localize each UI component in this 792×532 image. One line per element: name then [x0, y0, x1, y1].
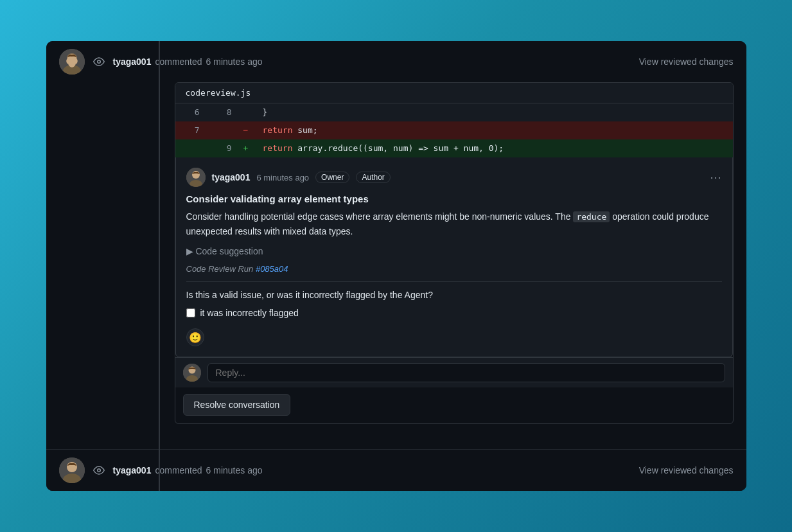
code-block: codereview.js 6 8 } 7 − return sum;	[175, 82, 734, 424]
code-review-link[interactable]: #085a04	[256, 264, 288, 274]
line-code-2: return sum;	[252, 121, 733, 139]
line-num-new-3: 9	[207, 139, 240, 157]
top-action: commented	[155, 57, 202, 67]
comment-header: tyaga001 6 minutes ago Owner Author ···	[186, 168, 722, 187]
avatar-top	[59, 49, 85, 75]
line-code-1: }	[252, 103, 733, 121]
code-suggestion-label: ▶ Code suggestion	[186, 246, 263, 256]
avatar-bottom	[59, 457, 85, 483]
inline-code-reduce: reduce	[573, 211, 610, 222]
top-username: tyaga001	[113, 57, 152, 67]
divider	[186, 281, 722, 282]
svg-point-6	[192, 171, 200, 179]
line-sign-3: +	[240, 139, 252, 157]
top-time: 6 minutes ago	[206, 57, 263, 67]
emoji-button[interactable]: 🙂	[186, 328, 204, 346]
reply-avatar	[183, 364, 201, 382]
main-content: codereview.js 6 8 } 7 − return sum;	[46, 82, 746, 449]
keyword-return-2: return	[263, 143, 293, 153]
checkbox-row: it was incorrectly flagged	[186, 308, 722, 318]
view-changes-button-top[interactable]: View reviewed changes	[639, 57, 734, 67]
comment-body: Consider handling potential edge cases w…	[186, 209, 722, 238]
line-code-3: return array.reduce((sum, num) => sum + …	[252, 139, 733, 157]
view-changes-button-bottom[interactable]: View reviewed changes	[639, 465, 734, 475]
eye-icon-top[interactable]	[92, 55, 105, 68]
resolve-button[interactable]: Resolve conversation	[183, 394, 291, 416]
eye-icon-bottom[interactable]	[92, 464, 105, 477]
bottom-username: tyaga001	[113, 465, 152, 475]
more-options-icon[interactable]: ···	[710, 171, 721, 184]
code-sum: sum;	[297, 125, 317, 135]
keyword-return: return	[263, 125, 293, 135]
main-window: tyaga001 commented 6 minutes ago View re…	[46, 41, 746, 491]
code-line-unchanged: 6 8 }	[175, 103, 733, 121]
top-comment-meta: tyaga001 commented 6 minutes ago	[113, 57, 639, 67]
badge-author: Author	[356, 172, 390, 183]
commenter-avatar	[186, 168, 206, 187]
code-review-prefix: Code Review Run	[186, 264, 254, 274]
svg-point-4	[97, 60, 100, 64]
resolve-btn-container: Resolve conversation	[175, 387, 733, 423]
badge-owner: Owner	[315, 172, 349, 183]
reply-input[interactable]	[207, 363, 725, 382]
bottom-comment-meta: tyaga001 commented 6 minutes ago	[113, 465, 639, 475]
reply-section	[175, 357, 733, 387]
line-num-old-2: 7	[175, 121, 207, 139]
checkbox-label: it was incorrectly flagged	[200, 308, 299, 318]
bottom-action: commented	[155, 465, 202, 475]
code-filename: codereview.js	[175, 83, 733, 103]
line-num-new-1: 8	[207, 103, 240, 121]
comment-title: Consider validating array element types	[186, 193, 722, 204]
code-array: array.reduce((sum, num) => sum + num, 0)…	[297, 143, 504, 153]
svg-point-14	[97, 469, 100, 472]
bottom-time: 6 minutes ago	[206, 465, 263, 475]
vertical-line	[159, 41, 160, 491]
feedback-question: Is this a valid issue, or was it incorre…	[186, 290, 722, 300]
code-review-run: Code Review Run #085a04	[186, 264, 722, 274]
comment-body-prefix: Consider handling potential edge cases w…	[186, 211, 571, 222]
code-line-added: 9 + return array.reduce((sum, num) => su…	[175, 139, 733, 157]
comment-username: tyaga001	[212, 172, 251, 182]
incorrect-flag-checkbox[interactable]	[186, 308, 195, 317]
code-suggestion-toggle[interactable]: ▶ Code suggestion	[186, 246, 722, 256]
bottom-comment-row: tyaga001 commented 6 minutes ago View re…	[46, 449, 746, 491]
line-sign-2: −	[240, 121, 252, 139]
comment-time: 6 minutes ago	[256, 173, 309, 182]
comment-box: tyaga001 6 minutes ago Owner Author ··· …	[175, 157, 733, 357]
code-line-removed: 7 − return sum;	[175, 121, 733, 139]
top-comment-row: tyaga001 commented 6 minutes ago View re…	[46, 41, 746, 82]
line-num-old-1: 6	[175, 103, 207, 121]
